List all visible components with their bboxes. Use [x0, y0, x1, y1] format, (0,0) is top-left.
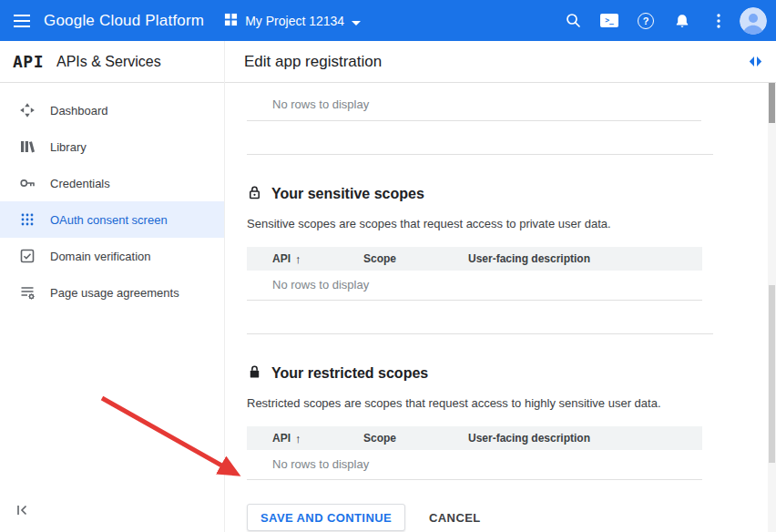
app-window: Google Cloud Platform My Project 12134 >… — [0, 0, 776, 532]
sort-ascending-icon[interactable]: ↑ — [295, 252, 301, 266]
help-icon[interactable]: ? — [630, 5, 661, 36]
column-label: API — [272, 432, 291, 445]
restricted-scopes-table: API ↑ Scope User-facing description No r… — [247, 426, 702, 480]
empty-table-message: No rows to display — [247, 450, 702, 480]
scrollbar[interactable] — [768, 83, 776, 532]
sidebar-item-page-usage-agreements[interactable]: Page usage agreements — [0, 274, 224, 311]
column-header-description[interactable]: User-facing description — [468, 252, 702, 265]
table-header-row: API ↑ Scope User-facing description — [247, 247, 702, 271]
sensitive-scopes-table: API ↑ Scope User-facing description No r… — [247, 247, 702, 301]
main-header: Edit app registration — [225, 41, 776, 83]
sidebar-item-dashboard[interactable]: Dashboard — [0, 92, 224, 128]
sidebar-item-label: Domain verification — [50, 250, 151, 263]
oauth-consent-icon — [19, 211, 36, 228]
sidebar: API APIs & Services Dashboard Library — [0, 41, 225, 532]
cloud-shell-icon[interactable]: >_ — [594, 5, 625, 36]
sidebar-item-library[interactable]: Library — [0, 128, 224, 165]
table-header-row: API ↑ Scope User-facing description — [247, 426, 702, 450]
page-title: Edit app registration — [244, 53, 382, 71]
form-actions: SAVE AND CONTINUE CANCEL — [247, 504, 713, 531]
search-icon[interactable] — [557, 5, 588, 36]
cancel-button[interactable]: CANCEL — [429, 511, 481, 525]
sidebar-item-label: Library — [50, 140, 87, 154]
column-header-scope[interactable]: Scope — [363, 252, 468, 265]
section-heading: Your sensitive scopes — [271, 186, 424, 202]
terminal-glyph: >_ — [600, 14, 618, 27]
topbar: Google Cloud Platform My Project 12134 >… — [0, 0, 776, 41]
sidebar-product-name: APIs & Services — [56, 54, 161, 70]
lock-outline-icon — [247, 184, 262, 204]
scrollbar-thumb-secondary[interactable] — [769, 285, 775, 463]
sidebar-nav: Dashboard Library Credentials OAuth cons… — [0, 83, 224, 311]
chevron-down-icon — [352, 14, 361, 28]
project-name: My Project 12134 — [245, 14, 344, 28]
column-header-api[interactable]: API ↑ — [247, 432, 363, 445]
empty-table-message: No rows to display — [247, 96, 701, 121]
form-content: No rows to display Your sensitive scopes… — [225, 83, 768, 532]
sidebar-item-label: OAuth consent screen — [50, 213, 168, 227]
lock-filled-icon — [247, 363, 262, 384]
api-logo: API — [13, 52, 44, 71]
sidebar-header: API APIs & Services — [0, 41, 224, 83]
column-header-api[interactable]: API ↑ — [247, 252, 363, 266]
section-divider — [247, 333, 713, 334]
menu-icon[interactable] — [0, 0, 44, 41]
project-selector[interactable]: My Project 12134 — [224, 13, 361, 29]
product-title: Google Cloud Platform — [44, 12, 204, 30]
sidebar-item-oauth-consent-screen[interactable]: OAuth consent screen — [0, 201, 224, 238]
more-options-icon[interactable] — [703, 5, 734, 36]
dashboard-icon — [19, 102, 36, 118]
section-description: Sensitive scopes are scopes that request… — [247, 217, 713, 230]
section-heading: Your restricted scopes — [271, 365, 428, 382]
section-heading-row: Your restricted scopes — [247, 363, 713, 384]
sidebar-item-label: Credentials — [50, 177, 110, 190]
list-gear-icon — [19, 284, 36, 301]
empty-table-message: No rows to display — [247, 271, 702, 301]
notifications-bell-icon[interactable] — [667, 5, 698, 36]
project-icon — [224, 13, 238, 29]
section-description: Restricted scopes are scopes that reques… — [247, 396, 713, 410]
column-header-description[interactable]: User-facing description — [468, 432, 702, 445]
column-label: API — [272, 252, 291, 265]
scrollbar-thumb[interactable] — [769, 83, 775, 123]
main-panel: Edit app registration No rows to display… — [225, 41, 776, 532]
avatar[interactable] — [740, 7, 767, 35]
library-icon — [19, 138, 36, 155]
column-header-scope[interactable]: Scope — [363, 432, 468, 445]
sidebar-item-label: Dashboard — [50, 104, 108, 118]
section-heading-row: Your sensitive scopes — [247, 184, 713, 204]
collapse-sidebar-icon[interactable] — [9, 497, 35, 523]
topbar-actions: >_ ? — [557, 5, 776, 36]
key-icon — [19, 175, 36, 191]
sidebar-item-label: Page usage agreements — [50, 286, 179, 300]
panel-toggle-icon[interactable] — [748, 55, 763, 68]
checkbox-check-icon — [19, 248, 36, 264]
restricted-scopes-section: Your restricted scopes Restricted scopes… — [247, 363, 713, 480]
sensitive-scopes-section: Your sensitive scopes Sensitive scopes a… — [247, 184, 713, 301]
sidebar-item-domain-verification[interactable]: Domain verification — [0, 238, 224, 274]
section-divider — [247, 154, 713, 155]
question-mark-glyph: ? — [638, 13, 654, 29]
scopes-table-partial: No rows to display — [247, 96, 701, 121]
sidebar-item-credentials[interactable]: Credentials — [0, 165, 224, 201]
save-and-continue-button[interactable]: SAVE AND CONTINUE — [247, 504, 405, 531]
sort-ascending-icon[interactable]: ↑ — [295, 432, 301, 445]
